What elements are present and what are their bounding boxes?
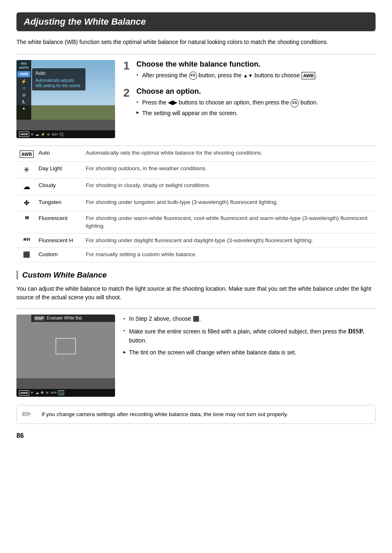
wb-symbol-tungsten: ✤ [16,195,35,211]
step-2-heading: Choose an option. [136,87,318,96]
wb-name-tungsten: Tungsten [35,195,83,211]
wb-symbol-custom: ⬛ [16,248,35,262]
intro-text: The white balance (WB) function sets the… [16,38,376,46]
step-2-bullet-1: Press the ◀▶ buttons to choose an option… [136,98,318,107]
step-section: ISOAUTO AWB ⚡ □ ◎ L ▲ Auto Automatically… [16,54,376,138]
table-row: ✤ Tungsten For shooting under tungsten a… [16,195,376,211]
camera-illustration-2: ISOAUTO 🔭 ⚡ □ ◎ L ▲ DISP Evaluate White … [16,315,115,397]
wb-desc-tungsten: For shooting under tungsten and bulb-typ… [83,195,376,211]
cwb-steps: In Step 2 above, choose ⬛. Make sure the… [123,315,376,397]
cam-wb-sym-2: ☁ [35,132,39,137]
wb-desc-auto: Automatically sets the optimal white bal… [83,146,376,162]
wb-desc-fluorescent: For shooting under warm-white fluorescen… [83,211,376,233]
cam-icon-circle: ◎ [22,93,26,97]
cam-icon-awb: AWB [17,71,30,77]
wb-name-cloudy: Cloudy [35,178,83,195]
func-set-icon-1: FS [189,72,197,80]
step-1-heading: Choose the white balance function. [136,60,317,69]
awb-badge: AWB [302,72,316,79]
step-2-bullet-2: The setting will appear on the screen. [136,109,318,118]
cam2-bracket [55,338,76,354]
wb-symbol-cloudy: ☁ [16,178,35,195]
wb-table: AWB Auto Automatically sets the optimal … [16,146,376,262]
cam2-bottom-bar: AWB ✳ ☁ ✤ ≋ ≋H ⬛ [16,389,115,397]
cwb-bullet-2: Make sure the entire screen is filled wi… [123,326,376,345]
cam-menu-panel: Auto Automatically adjustsWB setting for… [32,68,85,90]
cam-icon-L: L [23,99,25,104]
cam-wb-icons: ☀ ☁ ⚡ ≋ ≋H ⬛ [30,132,64,137]
table-row: ≋H Fluorescent H For shooting under dayl… [16,233,376,248]
page-title: Adjusting the White Balance [16,12,376,31]
wb-name-daylight: Day Light [35,162,83,178]
table-row: ☁ Cloudy For shooting in cloudy, shady o… [16,178,376,195]
cam2-wb-sym-2: ☁ [35,391,39,395]
wb-desc-daylight: For shooting outdoors, in fine weather c… [83,162,376,178]
cam-icon-iso: ISOAUTO [19,62,29,69]
cam2-screen: DISP Evaluate White Bal. [16,315,115,378]
table-row: ✳ Day Light For shooting outdoors, in fi… [16,162,376,178]
wb-symbol-fluorescent: ≋ [16,211,35,233]
cwb-bullet-1: In Step 2 above, choose ⬛. [123,315,376,323]
wb-name-custom: Custom [35,248,83,262]
step-1-bullet-1: After pressing the FS button, press the … [136,71,317,80]
step-2-content: Choose an option. Press the ◀▶ buttons t… [136,87,318,119]
wb-name-fluorescent: Fluorescent [35,211,83,233]
step-1: 1 Choose the white balance function. Aft… [123,60,376,81]
wb-desc-custom: For manually setting a custom white bala… [83,248,376,262]
cam2-wb-sym-3: ✤ [41,391,44,395]
step-2-bullets: Press the ◀▶ buttons to choose an option… [136,98,318,117]
disp-badge: DISP. [348,328,364,335]
custom-icon-inline: ⬛ [193,316,199,322]
cam-icon-flash: ⚡ [21,79,27,84]
disp-label: DISP [34,316,45,321]
cam-wb-sym-5: ≋H [52,132,58,137]
step-1-bullets: After pressing the FS button, press the … [136,71,317,80]
step-2-number: 2 [123,87,132,99]
cwb-bullets: In Step 2 above, choose ⬛. Make sure the… [123,315,376,357]
custom-wb-intro: You can adjust the white balance to matc… [16,285,376,302]
cam2-wb-icons: ✳ ☁ ✤ ≋ ≋H ⬛ [30,390,65,395]
wb-desc-cloudy: For shooting in cloudy, shady or twiligh… [83,178,376,195]
cam-menu-label: Auto [35,70,82,76]
page-number: 86 [16,432,376,440]
cam-wb-sym-4: ≋ [47,132,50,137]
cam2-top-bar: DISP Evaluate White Bal. [31,315,115,322]
cam-menu-desc: Automatically adjustsWB setting for the … [35,78,82,88]
step-1-content: Choose the white balance function. After… [136,60,317,81]
cam-icon-triangle: ▲ [22,106,26,111]
cam-ground [16,105,115,120]
table-row: ≋ Fluorescent For shooting under warm-wh… [16,211,376,233]
cam2-wb-sym-5: ≋H [51,391,57,395]
cam2-evaluate-text: Evaluate White Bal. [47,316,83,320]
cam-sidebar: ISOAUTO AWB ⚡ □ ◎ L ▲ [16,60,31,120]
wb-desc-fluorescent-h: For shooting under daylight fluorescent … [83,233,376,248]
arrows-symbol: ▲▼ [243,72,253,79]
step-2: 2 Choose an option. Press the ◀▶ buttons… [123,87,376,119]
wb-symbol-auto: AWB [16,146,35,162]
cam-wb-sym-1: ☀ [30,132,34,137]
cam2-wb-sym-1: ✳ [30,391,34,395]
custom-wb-heading: Custom White Balance [16,271,376,280]
table-row: ⬛ Custom For manually setting a custom w… [16,248,376,262]
step-1-number: 1 [123,60,132,72]
cam-bottom-bar: AWB ☀ ☁ ⚡ ≋ ≋H ⬛ [16,130,115,138]
cwb-bullet-3: The tint on the screen will change when … [123,348,376,357]
cam-icon-square: □ [23,86,25,91]
wb-name-auto: Auto [35,146,83,162]
note-text: If you change camera settings after reco… [42,411,288,417]
wb-symbol-fluorescent-h: ≋H [16,233,35,248]
camera-illustration-1: ISOAUTO AWB ⚡ □ ◎ L ▲ Auto Automatically… [16,60,115,138]
cam2-awb-icon: AWB [19,390,29,396]
table-row: AWB Auto Automatically sets the optimal … [16,146,376,162]
cam-wb-sym-6: ⬛ [59,132,64,137]
func-set-icon-2: FS [291,99,299,107]
note-pencil-icon: ✏ [22,406,31,423]
wb-name-fluorescent-h: Fluorescent H [35,233,83,248]
cam2-wb-sym-4: ≋ [46,391,49,395]
steps-column: 1 Choose the white balance function. Aft… [123,60,376,138]
cam2-wb-sym-6: ⬛ [58,390,64,395]
custom-wb-section: ISOAUTO 🔭 ⚡ □ ◎ L ▲ DISP Evaluate White … [16,308,376,397]
cam-wb-sym-3: ⚡ [41,132,45,137]
note-box: ✏ If you change camera settings after re… [16,405,376,424]
cam-awb-icon: AWB [19,132,29,137]
